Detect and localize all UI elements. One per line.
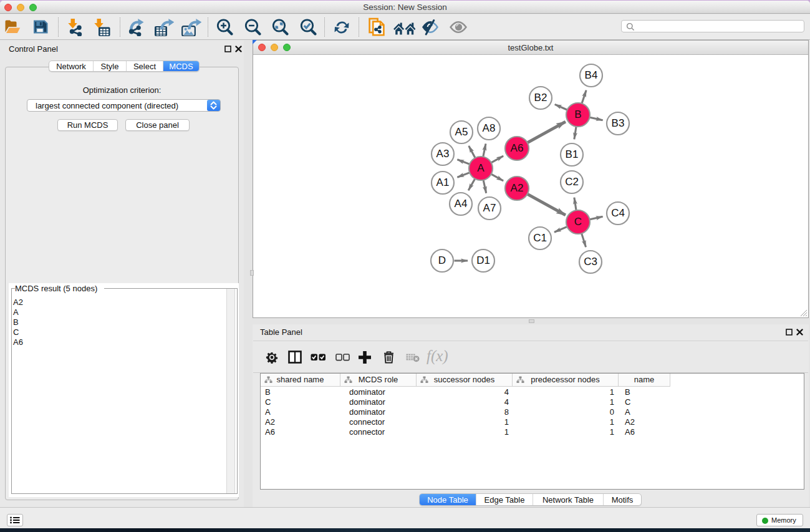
svg-text:A: A xyxy=(477,162,485,174)
svg-text:C1: C1 xyxy=(533,232,547,244)
svg-text:A7: A7 xyxy=(483,202,496,214)
svg-text:C3: C3 xyxy=(584,256,597,268)
svg-text:A5: A5 xyxy=(455,126,468,138)
svg-text:C2: C2 xyxy=(565,176,579,188)
svg-text:A2: A2 xyxy=(511,182,524,194)
svg-text:C: C xyxy=(574,216,582,228)
svg-text:A4: A4 xyxy=(455,198,468,210)
svg-text:A1: A1 xyxy=(436,177,450,188)
svg-text:B3: B3 xyxy=(612,117,625,129)
svg-text:B4: B4 xyxy=(585,69,598,81)
svg-text:A6: A6 xyxy=(511,142,524,154)
svg-text:D1: D1 xyxy=(476,254,490,266)
svg-text:A3: A3 xyxy=(436,148,450,160)
svg-text:D: D xyxy=(438,254,446,266)
svg-text:B: B xyxy=(574,109,581,120)
svg-text:A8: A8 xyxy=(483,122,496,134)
svg-text:B2: B2 xyxy=(534,92,547,104)
svg-text:B1: B1 xyxy=(566,148,579,160)
svg-text:C4: C4 xyxy=(611,207,625,219)
